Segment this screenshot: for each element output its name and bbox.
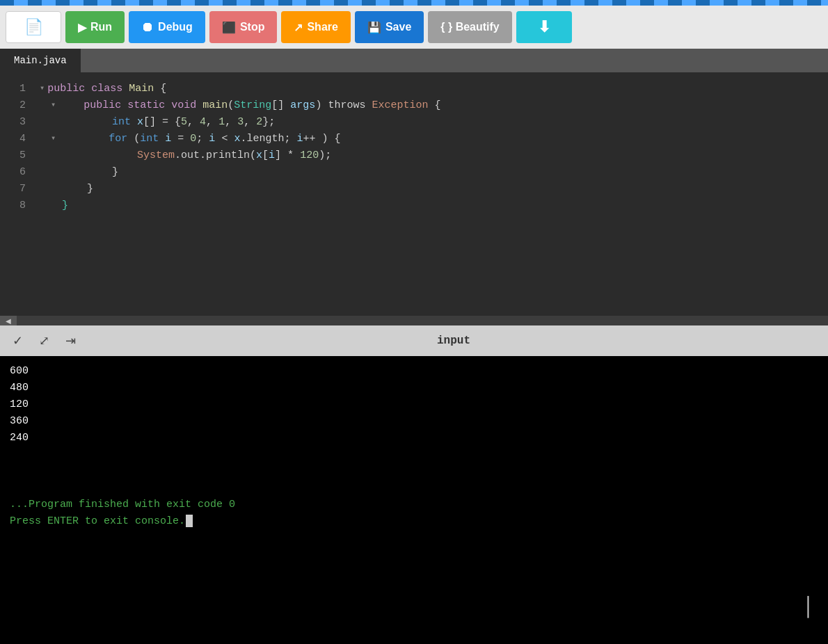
line-num-5: 5 bbox=[8, 147, 26, 164]
file-button[interactable]: 📄 bbox=[6, 11, 61, 43]
toolbar: 📄 ▶ Run ⏺ Debug ⬛ Stop ↗ Share 💾 Save { … bbox=[0, 6, 828, 49]
collapse-4[interactable]: ▾ bbox=[51, 132, 56, 145]
console-output[interactable]: 600 480 120 360 240 ...Program finished … bbox=[0, 356, 828, 644]
console-line-empty1 bbox=[10, 446, 818, 463]
code-line-6: } bbox=[40, 164, 820, 181]
text-cursor-icon: │ bbox=[802, 592, 814, 623]
line-num-3: 3 bbox=[8, 114, 26, 131]
code-line-4: ▾ for (int i = 0; i < x.length; i++ ) { bbox=[40, 131, 820, 147]
interactive-icon: ⇥ bbox=[65, 333, 76, 348]
line-num-7: 7 bbox=[8, 181, 26, 198]
stop-icon: ⬛ bbox=[222, 21, 236, 34]
code-line-1: ▾ public class Main { bbox=[40, 81, 820, 97]
file-icon: 📄 bbox=[24, 18, 43, 36]
collapse-1[interactable]: ▾ bbox=[40, 82, 45, 95]
top-stripe bbox=[0, 0, 828, 6]
play-icon: ▶ bbox=[78, 21, 86, 34]
console-interactive-button[interactable]: ⇥ bbox=[60, 330, 81, 351]
code-editor[interactable]: ▾ public class Main { ▾ public static vo… bbox=[31, 72, 828, 316]
line-num-8: 8 bbox=[8, 198, 26, 214]
console-line-120: 120 bbox=[10, 396, 818, 413]
save-button[interactable]: 💾 Save bbox=[355, 11, 424, 43]
debug-button[interactable]: ⏺ Debug bbox=[129, 11, 205, 43]
console-finished-line: ...Program finished with exit code 0 bbox=[10, 497, 818, 513]
console-expand-button[interactable]: ⤢ bbox=[33, 330, 54, 351]
line-num-4: 4 bbox=[8, 131, 26, 147]
tab-label: Main.java bbox=[14, 55, 67, 66]
expand-icon: ⤢ bbox=[39, 333, 49, 348]
save-icon: 💾 bbox=[367, 21, 381, 34]
editor-scrollbar[interactable]: ◀ bbox=[0, 316, 828, 325]
line-num-1: 1 bbox=[8, 81, 26, 97]
console-toolbar: ✓ ⤢ ⇥ input bbox=[0, 325, 828, 356]
line-numbers: 1 2 3 4 5 6 7 8 bbox=[0, 72, 31, 316]
code-line-5: System.out.println(x[i] * 120); bbox=[40, 147, 820, 164]
debug-icon: ⏺ bbox=[141, 20, 154, 35]
code-line-7: } bbox=[40, 181, 820, 198]
collapse-2[interactable]: ▾ bbox=[51, 99, 56, 112]
run-label: Run bbox=[90, 21, 112, 33]
console-press-line: Press ENTER to exit console. bbox=[10, 513, 818, 530]
code-line-3: int x[] = {5, 4, 1, 3, 2}; bbox=[40, 114, 820, 131]
console-input-label: input bbox=[86, 335, 821, 347]
beautify-label: { } Beautify bbox=[440, 21, 499, 33]
scroll-left-button[interactable]: ◀ bbox=[0, 316, 17, 325]
code-line-8: } bbox=[40, 198, 820, 214]
tab-main-java[interactable]: Main.java bbox=[0, 49, 81, 72]
console-line-600: 600 bbox=[10, 363, 818, 380]
code-line-2: ▾ public static void main(String[] args)… bbox=[40, 97, 820, 114]
editor-area: 1 2 3 4 5 6 7 8 ▾ public class Main { ▾ … bbox=[0, 72, 828, 316]
save-label: Save bbox=[385, 21, 411, 33]
console-line-empty3 bbox=[10, 480, 818, 497]
tab-bar: Main.java bbox=[0, 49, 828, 72]
stop-label: Stop bbox=[240, 21, 265, 33]
console-collapse-button[interactable]: ✓ bbox=[7, 330, 28, 351]
share-button[interactable]: ↗ Share bbox=[281, 11, 350, 43]
console-cursor bbox=[186, 515, 193, 527]
share-icon: ↗ bbox=[294, 21, 303, 34]
download-button[interactable]: ⬇ bbox=[516, 11, 572, 43]
debug-label: Debug bbox=[158, 21, 193, 33]
share-label: Share bbox=[307, 21, 337, 33]
download-icon: ⬇ bbox=[538, 18, 550, 36]
line-num-6: 6 bbox=[8, 164, 26, 181]
console-line-480: 480 bbox=[10, 380, 818, 396]
console-line-240: 240 bbox=[10, 430, 818, 446]
beautify-button[interactable]: { } Beautify bbox=[428, 11, 511, 43]
console-line-360: 360 bbox=[10, 413, 818, 430]
console-line-empty2 bbox=[10, 463, 818, 480]
chevron-down-icon: ✓ bbox=[13, 333, 23, 348]
stop-button[interactable]: ⬛ Stop bbox=[209, 11, 278, 43]
run-button[interactable]: ▶ Run bbox=[65, 11, 125, 43]
line-num-2: 2 bbox=[8, 97, 26, 114]
